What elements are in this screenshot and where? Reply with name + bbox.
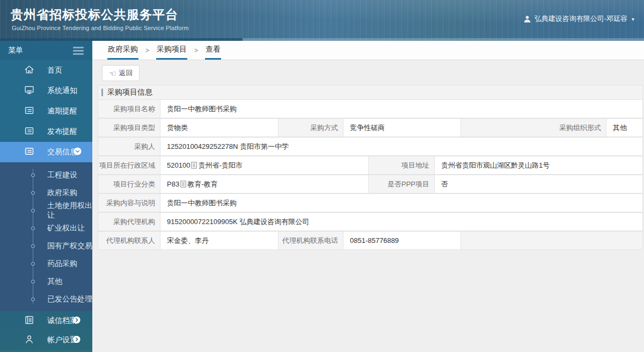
table-row: 采购项目类型 货物类 采购方式 竞争性磋商 采购组织形式 其他	[98, 119, 642, 137]
submenu-label: 国有产权交易	[47, 241, 92, 251]
site-title: 贵州省招标投标公共服务平台	[11, 6, 178, 23]
sidebar-item-trade-info[interactable]: 交易信息	[0, 142, 92, 162]
back-hand-icon: ☜	[109, 69, 116, 77]
app-window: 贵州省招标投标公共服务平台 GuiZhou Province Tendering…	[0, 0, 644, 352]
sidebar-item-label: 系统通知	[47, 86, 77, 96]
submenu-item-published-notices[interactable]: 已发公告处理	[0, 290, 92, 308]
project-info-panel: 采购项目信息 采购项目名称 贵阳一中教师图书采购 采购项目类型 货物类 采购方式…	[98, 85, 643, 250]
sidebar: 菜单 首页 系统通知 逾期提醒 发布提醒	[0, 41, 92, 352]
back-button[interactable]: ☜ 返回	[102, 65, 140, 81]
field-value: 宋金委、李丹	[160, 232, 278, 249]
submenu-item-gov-procurement[interactable]: 政府采购	[0, 184, 92, 202]
submenu-item-state-property[interactable]: 国有产权交易	[0, 237, 92, 255]
submenu-label: 土地使用权出让	[47, 201, 92, 220]
archive-list-icon	[24, 314, 35, 327]
submenu-label: 其他	[47, 277, 62, 286]
field-value: 贵阳一中教师图书采购	[160, 100, 642, 118]
table-row: 采购人 12520100429252278N 贵阳市第一中学	[98, 138, 642, 155]
submenu-label: 矿业权出让	[47, 224, 85, 233]
field-value: 竞争性磋商	[343, 119, 460, 137]
field-value: 0851-85776889	[343, 232, 460, 249]
list-card-icon	[24, 105, 35, 118]
breadcrumb-separator: >	[145, 41, 149, 60]
trade-info-submenu: 工程建设 政府采购 土地使用权出让 矿业权出让 国有产权交易 药品采购 其他 已…	[0, 162, 92, 311]
sidebar-item-account-settings[interactable]: 帐户设置	[0, 331, 92, 350]
field-label: 项目所在行政区域	[98, 156, 160, 174]
section-marker	[101, 89, 103, 96]
table-row: 采购项目名称 贵阳一中教师图书采购	[98, 100, 642, 118]
sidebar-item-credit-archive[interactable]: 诚信档案	[0, 311, 92, 331]
back-button-label: 返回	[119, 68, 133, 78]
submenu-item-drug-procurement[interactable]: 药品采购	[0, 255, 92, 272]
field-value: 91520000722109905K 弘典建设咨询有限公司	[160, 213, 642, 231]
sidebar-item-label: 发布提醒	[47, 127, 77, 137]
project-info-table: 采购项目名称 贵阳一中教师图书采购 采购项目类型 货物类 采购方式 竞争性磋商 …	[98, 100, 642, 249]
field-label: 代理机构联系人	[98, 232, 160, 249]
field-value: 其他	[606, 119, 642, 137]
document-icon	[180, 181, 186, 188]
monitor-icon	[24, 84, 35, 97]
submenu-label: 药品采购	[47, 259, 77, 269]
field-label: 采购组织形式	[461, 119, 606, 137]
field-label: 采购内容与说明	[98, 194, 160, 212]
field-value: 贵州省贵阳市观山湖区黔灵山路1号	[435, 156, 642, 174]
top-banner: 贵州省招标投标公共服务平台 GuiZhou Province Tendering…	[0, 0, 644, 41]
table-row: 采购内容与说明 贵阳一中教师图书采购	[98, 194, 642, 212]
sidebar-item-notifications[interactable]: 系统通知	[0, 81, 92, 101]
main-content: 政府采购 > 采购项目 > 查看 ☜ 返回 采购项目信息 采购项目名称 贵阳一中…	[92, 41, 644, 352]
panel-title: 采购项目信息	[107, 88, 152, 97]
list-card-icon	[24, 125, 35, 138]
sidebar-item-label: 交易信息	[47, 147, 77, 157]
field-value: 12520100429252278N 贵阳市第一中学	[160, 138, 642, 155]
document-icon	[191, 162, 197, 169]
panel-header: 采购项目信息	[98, 85, 642, 99]
home-icon	[24, 64, 35, 77]
user-outline-icon	[24, 334, 35, 347]
field-value: 贵阳一中教师图书采购	[160, 194, 642, 212]
submenu-label: 政府采购	[47, 188, 77, 198]
breadcrumb-separator: >	[194, 41, 198, 60]
caret-down-icon: ▾	[632, 16, 634, 22]
field-label: 项目地址	[369, 156, 434, 174]
submenu-label: 已发公告处理	[47, 294, 92, 304]
sidebar-item-label: 首页	[47, 66, 62, 75]
hamburger-icon[interactable]	[73, 45, 84, 56]
field-label: 采购项目名称	[98, 100, 160, 118]
user-name: 弘典建设咨询有限公司-邓廷容	[535, 14, 627, 24]
empty-cell	[461, 232, 642, 249]
field-label: 代理机构联系电话	[279, 232, 343, 249]
field-label: 采购方式	[279, 119, 343, 137]
table-row: 项目行业分类 P83 教育-教育 是否PPP项目 否	[98, 175, 642, 193]
submenu-item-other[interactable]: 其他	[0, 272, 92, 290]
sidebar-header: 菜单	[0, 41, 92, 60]
submenu-label: 工程建设	[47, 170, 77, 180]
user-menu[interactable]: 弘典建设咨询有限公司-邓廷容 ▾	[523, 14, 634, 24]
sidebar-bottom: 诚信档案 帐户设置	[0, 311, 92, 352]
submenu-item-mining-rights[interactable]: 矿业权出让	[0, 219, 92, 237]
field-label: 是否PPP项目	[369, 175, 434, 193]
field-value: 货物类	[160, 119, 278, 137]
table-row: 项目所在行政区域 520100 贵州省-贵阳市 项目地址 贵州省贵阳市观山湖区黔…	[98, 156, 642, 174]
table-row: 代理机构联系人 宋金委、李丹 代理机构联系电话 0851-85776889	[98, 232, 642, 249]
site-subtitle: GuiZhou Province Tendering and Bidding P…	[12, 25, 189, 31]
sidebar-item-label: 逾期提醒	[47, 106, 77, 116]
submenu-item-engineering[interactable]: 工程建设	[0, 166, 92, 184]
breadcrumb-item-view[interactable]: 查看	[205, 41, 221, 60]
field-value: 520100 贵州省-贵阳市	[160, 156, 368, 174]
field-label: 项目行业分类	[98, 175, 160, 193]
industry-name: 教育-教育	[187, 179, 217, 189]
breadcrumb: 政府采购 > 采购项目 > 查看	[92, 41, 644, 60]
sidebar-item-home[interactable]: 首页	[0, 60, 92, 81]
breadcrumb-item-gov-procurement[interactable]: 政府采购	[107, 41, 138, 60]
chevron-right-circle-icon	[73, 317, 80, 326]
list-card-icon	[24, 146, 35, 159]
field-label: 采购代理机构	[98, 213, 160, 231]
industry-code: P83	[167, 180, 179, 188]
sidebar-item-overdue-reminder[interactable]: 逾期提醒	[0, 101, 92, 121]
user-icon	[523, 15, 531, 23]
breadcrumb-item-procurement-project[interactable]: 采购项目	[156, 41, 187, 60]
submenu-item-land-use[interactable]: 土地使用权出让	[0, 202, 92, 219]
menu-label: 菜单	[8, 46, 23, 55]
table-row: 采购代理机构 91520000722109905K 弘典建设咨询有限公司	[98, 213, 642, 231]
sidebar-item-publish-reminder[interactable]: 发布提醒	[0, 121, 92, 142]
